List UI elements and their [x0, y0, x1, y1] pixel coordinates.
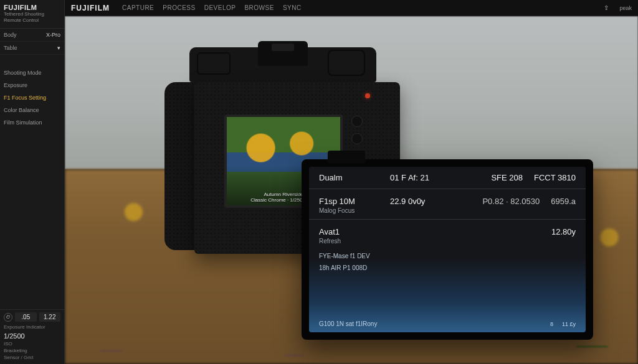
- camera-button: [351, 116, 363, 127]
- app-root: FUJIFILM Tethered Shooting Remote Contro…: [0, 0, 638, 364]
- tab-browse[interactable]: BROWSE: [244, 4, 274, 11]
- tab-develop[interactable]: DEVELOP: [204, 4, 236, 11]
- mon-foot-r1: 8: [550, 321, 553, 327]
- mon-r2-sub: Malog Focus: [309, 207, 586, 218]
- shutter-speed[interactable]: 1/2500: [4, 332, 60, 340]
- mon-small-1: FYE-Mase f1 DEV: [309, 248, 586, 260]
- monitor-notch: [328, 151, 365, 163]
- sidebar-bottom-1[interactable]: ISO: [4, 341, 60, 347]
- metrics-info: Exposure Indicator: [4, 324, 60, 330]
- topbar-right-label[interactable]: peak: [619, 5, 632, 11]
- share-icon[interactable]: ⇪: [602, 4, 611, 12]
- mon-r3-v1: 12.80y: [551, 227, 576, 236]
- monitor-screen: Dualm 01 F Af: 21 SFE 208 FCCT 3810 F1sp…: [309, 167, 586, 332]
- sidebar-item-color-balance[interactable]: Color Balance: [0, 104, 64, 116]
- sidebar-subtitle-1: Tethered Shooting: [4, 11, 60, 17]
- sidebar-chevron-icon: ▾: [57, 45, 60, 51]
- sidebar-table-row[interactable]: Table ▾: [0, 42, 64, 55]
- topbar-brand: FUJIFILM: [71, 4, 110, 12]
- metric-a: .05: [15, 312, 37, 322]
- mon-r3-label: Avat1: [319, 227, 379, 236]
- mon-r2-v1: 22.9 0v0y: [390, 197, 425, 206]
- mon-foot-r2: 11 £y: [562, 321, 576, 327]
- camera-hotshoe: [272, 44, 294, 51]
- main-area: FUJIFILM CAPTURE PROCESS DEVELOP BROWSE …: [65, 0, 638, 364]
- sidebar-body-row[interactable]: Body X-Pro: [0, 29, 64, 42]
- mon-r2-label: F1sp 10M: [319, 197, 379, 206]
- monitor-row-1: Dualm 01 F Af: 21 SFE 208 FCCT 3810: [309, 167, 586, 187]
- tab-sync[interactable]: SYNC: [283, 4, 302, 11]
- sidebar-bottom-3[interactable]: Sensor / Grid: [4, 355, 60, 360]
- camera-dial-left: [197, 52, 231, 75]
- mon-r1-v2: SFE 208: [491, 173, 523, 182]
- sidebar-bottom-2[interactable]: Bracketing: [4, 348, 60, 353]
- camera-button: [351, 133, 363, 144]
- sidebar-brand: FUJIFILM: [4, 4, 60, 11]
- sidebar-body-label: Body: [4, 32, 17, 38]
- monitor-footer: G100 1N sat f1IRony 8 11 £y: [319, 320, 576, 327]
- mon-r1-v3: FCCT 3810: [534, 173, 576, 182]
- tab-capture[interactable]: CAPTURE: [122, 4, 154, 11]
- sidebar-body-value: X-Pro: [46, 32, 60, 38]
- camera-rec-led-icon: [365, 93, 370, 98]
- mon-r3-sub: Refresh: [309, 238, 586, 248]
- canvas: Autumn Riverside Classic Chrome · 1/250 …: [65, 16, 638, 364]
- metric-b: 1.22: [39, 312, 61, 322]
- sidebar-bottom-panel: ⏱ .05 1.22 Exposure Indicator 1/2500 ISO…: [0, 309, 64, 364]
- sidebar-header: FUJIFILM Tethered Shooting Remote Contro…: [0, 0, 64, 29]
- sidebar-item-focus[interactable]: F1 Focus Setting: [0, 91, 64, 104]
- mon-r1-label: Dualm: [319, 173, 379, 182]
- external-monitor: Dualm 01 F Af: 21 SFE 208 FCCT 3810 F1sp…: [302, 159, 593, 340]
- mon-r2-v3: 6959.a: [551, 197, 576, 206]
- tab-process[interactable]: PROCESS: [163, 4, 195, 11]
- mon-r1-v1: 01 F Af: 21: [390, 173, 429, 182]
- mon-r2-v2: P0.82 · 82.0530: [482, 197, 540, 206]
- sidebar-section-heading: [0, 55, 64, 67]
- sidebar-item-exposure[interactable]: Exposure: [0, 79, 64, 91]
- topbar: FUJIFILM CAPTURE PROCESS DEVELOP BROWSE …: [65, 0, 638, 16]
- timer-icon[interactable]: ⏱: [4, 313, 12, 322]
- sidebar-subtitle-2: Remote Control: [4, 17, 60, 24]
- sidebar-table-label: Table: [4, 45, 17, 51]
- sidebar-item-film-simulation[interactable]: Film Simulation: [0, 116, 64, 129]
- mon-foot-left: G100 1N sat f1IRony: [319, 320, 377, 327]
- sidebar-item-shooting-mode[interactable]: Shooting Mode: [0, 67, 64, 79]
- sidebar: FUJIFILM Tethered Shooting Remote Contro…: [0, 0, 65, 364]
- camera-dial-right: [328, 50, 365, 76]
- mon-small-2: 18h AIR P1 008D: [309, 260, 586, 272]
